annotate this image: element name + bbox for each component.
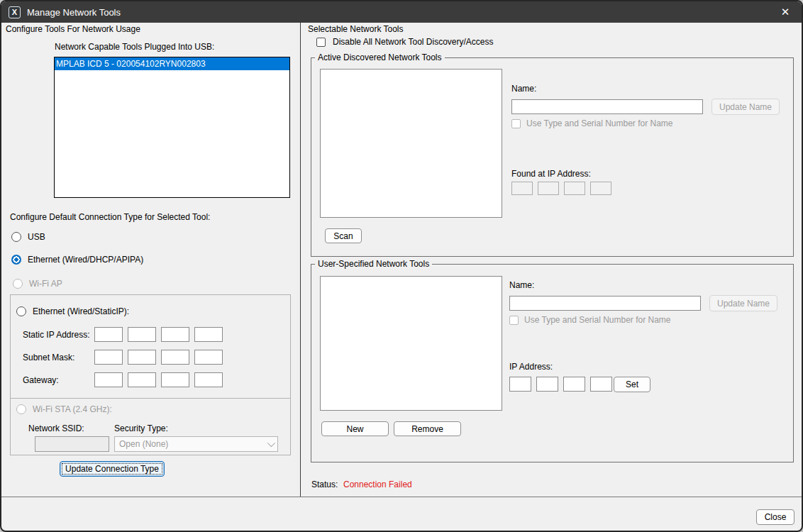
active-update-name-button: Update Name [711,99,780,115]
user-name-label: Name: [509,280,534,290]
panel-divider [300,23,301,497]
right-section-title: Selectable Network Tools [308,24,404,34]
security-type-select: Open (None) [114,436,278,452]
security-type-value: Open (None) [119,439,168,449]
update-connection-type-button[interactable]: Update Connection Type [60,461,165,477]
radio-wifi-sta-icon [16,404,26,414]
static-ip-octet-1[interactable] [94,327,123,342]
close-button[interactable]: Close [756,509,794,525]
found-ip-octet-1 [511,182,533,195]
ethernet-static-group: Ethernet (Wired/StaticIP): Static IP Add… [10,294,291,399]
radio-wifi-sta-label: Wi-Fi STA (2.4 GHz): [33,404,112,414]
static-ip-label: Static IP Address: [23,330,90,340]
active-name-input[interactable] [511,99,703,114]
set-button[interactable]: Set [614,377,650,392]
user-ip-octet-3[interactable] [563,377,585,392]
radio-ethernet-dhcp-label: Ethernet (Wired/DHCP/APIPA) [28,255,143,265]
scan-button[interactable]: Scan [325,228,362,243]
network-ssid-label: Network SSID: [28,423,84,433]
found-ip-octet-4 [590,182,611,195]
static-ip-octet-4[interactable] [194,327,223,342]
active-discovered-list[interactable] [320,69,502,218]
radio-disabled-icon [13,279,23,289]
left-section-title: Configure Tools For Network Usage [6,24,140,34]
chevron-down-icon [267,439,275,447]
title-bar: X Manage Network Tools ✕ [1,1,802,23]
new-button[interactable]: New [321,421,389,436]
radio-ethernet-static-label: Ethernet (Wired/StaticIP): [33,306,129,316]
user-name-input[interactable] [509,296,701,311]
radio-ethernet-static[interactable]: Ethernet (Wired/StaticIP): [16,306,129,316]
user-use-type-checkbox: Use Type and Serial Number for Name [509,315,671,325]
found-ip-octet-3 [564,182,585,195]
user-ip-octet-4[interactable] [590,377,612,392]
subnet-octet-4[interactable] [194,350,223,365]
radio-usb-label: USB [28,232,45,242]
radio-wifi-sta: Wi-Fi STA (2.4 GHz): [16,404,112,414]
user-specified-list[interactable] [320,276,502,411]
radio-wifi-ap: Wi-Fi AP [13,279,62,289]
window-title: Manage Network Tools [27,7,121,18]
radio-wifi-ap-label: Wi-Fi AP [29,279,62,289]
subnet-octet-3[interactable] [161,350,189,365]
checkbox-icon [316,38,326,47]
subnet-octet-1[interactable] [94,350,123,365]
subnet-octet-2[interactable] [128,350,156,365]
window-close-button[interactable]: ✕ [769,1,802,23]
found-ip-octets [511,182,611,195]
wifi-sta-group: Wi-Fi STA (2.4 GHz): Network SSID: Secur… [10,398,291,455]
user-specified-group-title: User-Specified Network Tools [315,259,432,269]
radio-ethernet-dhcp[interactable]: Ethernet (Wired/DHCP/APIPA) [11,255,143,265]
user-ip-octet-1[interactable] [509,377,531,392]
close-icon: ✕ [781,6,790,18]
checkbox-disabled-icon [511,119,521,128]
gateway-octet-2[interactable] [128,372,156,387]
connection-type-label: Configure Default Connection Type for Se… [10,212,210,222]
active-discovered-group-title: Active Discovered Network Tools [315,52,445,62]
user-ip-label: IP Address: [509,362,553,372]
security-type-label: Security Type: [114,423,168,433]
disable-discovery-label: Disable All Network Tool Discovery/Acces… [333,37,494,47]
user-update-name-button: Update Name [709,295,777,311]
gateway-octet-3[interactable] [161,372,189,387]
usb-tools-list[interactable]: MPLAB ICD 5 - 020054102RYN002803 [54,57,290,198]
subnet-mask-label: Subnet Mask: [23,353,74,362]
network-ssid-input [35,436,109,452]
gateway-octet-1[interactable] [94,372,123,387]
manage-network-tools-dialog: X Manage Network Tools ✕ Configure Tools… [0,0,803,532]
user-use-type-label: Use Type and Serial Number for Name [524,315,671,325]
radio-ethernet-static-icon [16,306,26,316]
active-use-type-label: Use Type and Serial Number for Name [526,118,673,128]
radio-usb[interactable]: USB [11,232,45,242]
disable-discovery-checkbox[interactable]: Disable All Network Tool Discovery/Acces… [316,37,494,47]
checkbox-disabled-icon [509,316,519,325]
user-specified-group: User-Specified Network Tools Name: Updat… [311,259,794,462]
remove-button[interactable]: Remove [394,421,461,436]
static-ip-octet-3[interactable] [161,327,189,342]
footer-divider [1,497,802,497]
active-discovered-group: Active Discovered Network Tools Name: Up… [311,52,794,257]
usb-tool-list-item-selected[interactable]: MPLAB ICD 5 - 020054102RYN002803 [55,57,289,70]
radio-usb-icon [11,232,21,242]
status-label: Status: [311,480,338,489]
subnet-mask-octets [94,350,223,365]
active-use-type-checkbox: Use Type and Serial Number for Name [511,118,673,128]
gateway-label: Gateway: [23,375,59,385]
gateway-octets [94,372,223,387]
user-ip-octets [509,377,612,392]
radio-selected-icon [11,255,21,265]
static-ip-octets [94,327,223,342]
status-value: Connection Failed [343,480,412,489]
gateway-octet-4[interactable] [194,372,223,387]
found-ip-octet-2 [538,182,559,195]
mplab-x-app-icon: X [9,6,21,18]
usb-list-label: Network Capable Tools Plugged Into USB: [55,42,214,52]
user-ip-octet-2[interactable] [536,377,558,392]
active-name-label: Name: [511,84,536,94]
found-ip-label: Found at IP Address: [511,169,591,179]
static-ip-octet-2[interactable] [128,327,156,342]
